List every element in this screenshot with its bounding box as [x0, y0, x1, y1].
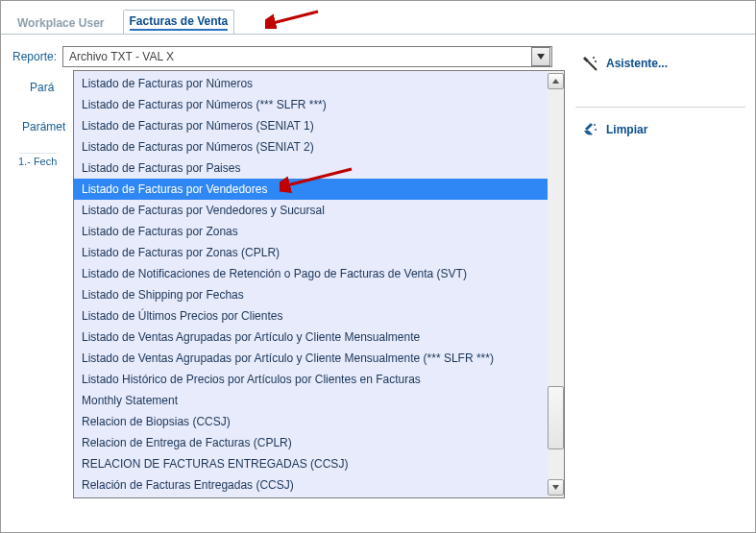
dropdown-option[interactable]: Listado de Facturas por Zonas: [74, 221, 548, 242]
dropdown-option[interactable]: Listado de Shipping por Fechas: [74, 284, 548, 305]
svg-point-2: [594, 124, 596, 126]
dropdown-option[interactable]: Monthly Statement: [74, 390, 548, 411]
report-dropdown: Listado de Facturas por NúmerosListado d…: [73, 70, 565, 498]
params-heading: Parámet: [22, 120, 65, 133]
report-select-value: Archivo TXT - VAL X: [63, 50, 180, 63]
dropdown-option[interactable]: Listado de Facturas por Números (SENIAT …: [74, 136, 548, 157]
dropdown-option[interactable]: Relacion de Entrega de Facturas (CPLR): [74, 432, 548, 453]
scrollbar[interactable]: [548, 71, 564, 497]
chevron-down-icon[interactable]: [531, 47, 550, 66]
scroll-up-icon[interactable]: [548, 73, 564, 89]
param-1[interactable]: 1.- Fech: [18, 153, 57, 169]
dropdown-option[interactable]: Listado de Facturas por Vendedores y Suc…: [74, 200, 548, 221]
dropdown-option[interactable]: Listado de Facturas por Números (SENIAT …: [74, 115, 548, 136]
dropdown-option[interactable]: Listado de Últimos Precios por Clientes: [74, 305, 548, 327]
dropdown-option[interactable]: Listado de Facturas por Paises: [74, 157, 548, 179]
asistente-label: Asistente...: [606, 57, 668, 70]
scroll-track[interactable]: [549, 89, 563, 386]
scroll-thumb[interactable]: [548, 386, 564, 449]
dropdown-option[interactable]: Listado Histórico de Precios por Artícul…: [74, 369, 548, 390]
scroll-track[interactable]: [549, 449, 563, 479]
dropdown-option[interactable]: Relación de Facturas Entregadas (CCSJ): [74, 474, 548, 496]
dropdown-items: Listado de Facturas por NúmerosListado d…: [74, 71, 548, 497]
dropdown-option[interactable]: Listado de Facturas por Vendedores: [74, 179, 548, 200]
dropdown-option[interactable]: Listado de Facturas por Zonas (CPLR): [74, 242, 548, 263]
asistente-link[interactable]: Asistente...: [577, 49, 745, 78]
sidebar: Asistente... Limpiar: [577, 49, 745, 144]
param-list: 1.- Fech: [14, 153, 57, 169]
dropdown-option[interactable]: Listado de Ventas Agrupadas por Artículo…: [74, 327, 548, 348]
tab-workplace-user[interactable]: Workplace User: [11, 12, 111, 34]
dropdown-option[interactable]: Listado de Facturas por Números (*** SLF…: [74, 94, 548, 115]
limpiar-label: Limpiar: [606, 123, 647, 136]
svg-point-0: [593, 57, 595, 59]
svg-point-1: [595, 61, 597, 62]
sidebar-divider: [575, 107, 745, 108]
report-label: Reporte:: [12, 50, 57, 63]
scroll-down-icon[interactable]: [548, 479, 564, 496]
dropdown-option[interactable]: Relacion de Biopsias (CCSJ): [74, 411, 548, 432]
app-window: Workplace User Facturas de Venta Reporte…: [0, 0, 756, 533]
dropdown-option[interactable]: RELACION DE FACTURAS ENTREGADAS (CCSJ): [74, 453, 548, 474]
svg-point-3: [595, 129, 597, 131]
clean-icon: [581, 121, 598, 138]
report-select[interactable]: Archivo TXT - VAL X: [62, 46, 552, 67]
wizard-icon: [581, 55, 598, 72]
main-tabs: Workplace User Facturas de Venta: [1, 1, 755, 35]
dropdown-option[interactable]: Listado de Facturas por Números: [74, 73, 548, 94]
limpiar-link[interactable]: Limpiar: [577, 115, 745, 144]
dropdown-option[interactable]: Listado de Notificaciones de Retención o…: [74, 263, 548, 284]
dropdown-option[interactable]: Listado de Ventas Agrupadas por Artículo…: [74, 348, 548, 369]
tab-facturas-venta[interactable]: Facturas de Venta: [123, 10, 235, 34]
sub-tab-parameters[interactable]: Pará: [22, 78, 67, 97]
